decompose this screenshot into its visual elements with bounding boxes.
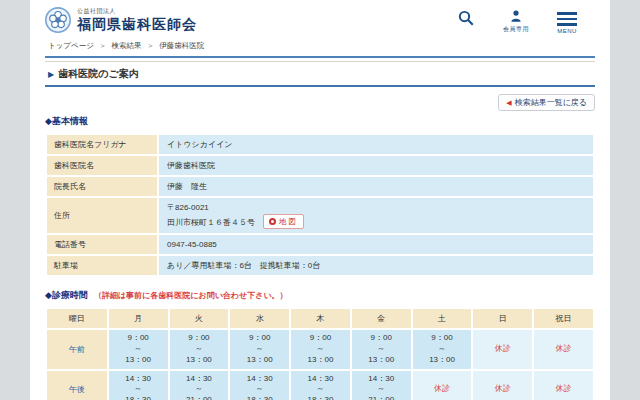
row-label: 歯科医院名 [46, 155, 158, 176]
row-value: あり／専用駐車場：6台 提携駐車場：0台 [158, 255, 594, 276]
breadcrumb-separator: ＞ [99, 41, 107, 50]
table-row: 歯科医院名フリガナイトウシカイイン [46, 134, 594, 155]
hours-cell: 休診 [472, 370, 533, 400]
address-line: 田川市桜町１６番４５号地図 [167, 214, 585, 229]
tilde: ～ [232, 344, 287, 355]
close-time: 18：30 [232, 395, 287, 400]
hours-cell: 14：30～18：30 [229, 370, 290, 400]
tilde: ～ [111, 344, 166, 355]
hours-section-title: ◆診療時間（詳細は事前に各歯科医院にお問い合わせ下さい。） [45, 289, 595, 302]
back-arrow-icon: ◀ [506, 99, 511, 106]
open-time: 14：30 [354, 374, 409, 385]
open-time: 14：30 [293, 374, 348, 385]
breadcrumb: トップページ ＞ 検索結果 ＞ 伊藤歯科医院 [45, 41, 595, 51]
hours-col-header: 曜日 [46, 308, 108, 329]
header-actions: 会員専用 MENU [457, 7, 577, 34]
hours-col-header: 月 [108, 308, 169, 329]
hours-note: （詳細は事前に各歯科医院にお問い合わせ下さい。） [94, 291, 288, 300]
hours-col-header: 祝日 [533, 308, 594, 329]
close-time: 13：00 [415, 355, 470, 366]
member-area-button[interactable]: 会員専用 [503, 9, 529, 34]
hours-cell: 休診 [412, 370, 473, 400]
hours-table: 曜日月火水木金土日祝日午前9：00～13：009：00～13：009：00～13… [45, 307, 595, 400]
hours-col-header: 土 [412, 308, 473, 329]
hours-cell: 休診 [472, 329, 533, 369]
hours-cell: 9：00～13：00 [290, 329, 351, 369]
hours-cell: 9：00～13：00 [229, 329, 290, 369]
breadcrumb-results-link[interactable]: 検索結果 [112, 41, 142, 50]
hours-cell: 9：00～13：00 [169, 329, 230, 369]
close-time: 13：00 [172, 355, 227, 366]
breadcrumb-home-link[interactable]: トップページ [48, 41, 94, 50]
close-time: 13：00 [232, 355, 287, 366]
row-label: 院長氏名 [46, 176, 158, 197]
hours-cell: 休診 [533, 370, 594, 400]
back-to-results-button[interactable]: ◀検索結果一覧に戻る [498, 94, 595, 111]
page-title-bar: ▶歯科医院のご案内 [45, 61, 595, 87]
org-type-label: 公益社団法人 [77, 7, 197, 16]
member-person-icon [509, 9, 523, 23]
tilde: ～ [111, 384, 166, 395]
basic-info-section-title: ◆基本情報 [45, 115, 595, 128]
search-icon [457, 9, 475, 27]
close-time: 21：00 [172, 395, 227, 400]
org-name: 福岡県歯科医師会 [77, 16, 197, 34]
hours-cell: 14：30～18：30 [290, 370, 351, 400]
row-value: イトウシカイイン [158, 134, 594, 155]
open-time: 9：00 [172, 333, 227, 344]
hours-period-label: 午前 [46, 329, 108, 369]
tilde: ～ [293, 344, 348, 355]
breadcrumb-separator: ＞ [147, 41, 155, 50]
close-time: 18：30 [111, 395, 166, 400]
address-line: 〒826-0021 [167, 202, 585, 214]
map-button-label: 地図 [279, 216, 298, 227]
hours-cell: 14：30～21：00 [351, 370, 412, 400]
row-value: 伊藤 隆生 [158, 176, 594, 197]
back-row: ◀検索結果一覧に戻る [45, 91, 595, 107]
row-value: 〒826-0021田川市桜町１６番４５号地図 [158, 197, 594, 234]
table-row: 歯科医院名伊藤歯科医院 [46, 155, 594, 176]
table-row: 電話番号0947-45-0885 [46, 234, 594, 255]
tilde: ～ [354, 344, 409, 355]
content-card: 公益社団法人 福岡県歯科医師会 会員専用 MENU [30, 0, 610, 400]
hours-cell: 9：00～13：00 [108, 329, 169, 369]
hours-col-header: 水 [229, 308, 290, 329]
hours-col-header: 金 [351, 308, 412, 329]
map-pin-icon [269, 218, 276, 225]
open-time: 9：00 [111, 333, 166, 344]
search-button[interactable] [457, 9, 475, 27]
hours-row: 午後14：30～18：3014：30～21：0014：30～18：3014：30… [46, 370, 594, 400]
hours-cell: 9：00～13：00 [412, 329, 473, 369]
hours-col-header: 日 [472, 308, 533, 329]
tilde: ～ [415, 344, 470, 355]
org-title-block: 公益社団法人 福岡県歯科医師会 [77, 7, 197, 34]
hours-period-label: 午後 [46, 370, 108, 400]
row-value: 0947-45-0885 [158, 234, 594, 255]
breadcrumb-current: 伊藤歯科医院 [159, 41, 204, 50]
table-row: 住所〒826-0021田川市桜町１６番４５号地図 [46, 197, 594, 234]
close-time: 13：00 [354, 355, 409, 366]
open-time: 14：30 [111, 374, 166, 385]
hours-col-header: 木 [290, 308, 351, 329]
close-time: 13：00 [293, 355, 348, 366]
map-button[interactable]: 地図 [263, 214, 304, 229]
open-time: 9：00 [415, 333, 470, 344]
hours-cell: 14：30～21：00 [169, 370, 230, 400]
basic-info-table: 歯科医院名フリガナイトウシカイイン歯科医院名伊藤歯科医院院長氏名伊藤 隆生住所〒… [45, 133, 595, 277]
close-time: 18：30 [293, 395, 348, 400]
tilde: ～ [293, 384, 348, 395]
hours-col-header: 火 [169, 308, 230, 329]
tilde: ～ [232, 384, 287, 395]
back-to-results-label: 検索結果一覧に戻る [515, 98, 587, 107]
table-row: 院長氏名伊藤 隆生 [46, 176, 594, 197]
open-time: 14：30 [172, 374, 227, 385]
association-logo-icon [45, 7, 71, 33]
menu-label: MENU [557, 28, 577, 34]
tilde: ～ [172, 344, 227, 355]
header-divider [45, 56, 595, 58]
menu-button[interactable]: MENU [557, 9, 577, 34]
hours-title-text: ◆診療時間 [45, 290, 88, 300]
row-label: 駐車場 [46, 255, 158, 276]
hours-cell: 9：00～13：00 [351, 329, 412, 369]
page-title: 歯科医院のご案内 [58, 68, 138, 79]
